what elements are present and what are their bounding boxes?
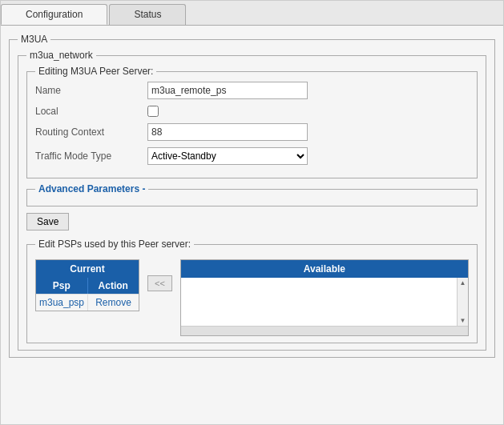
save-container: Save xyxy=(26,206,478,234)
table-row: m3ua_psp Remove xyxy=(36,294,139,311)
save-button[interactable]: Save xyxy=(26,213,69,231)
psp-legend: Edit PSPs used by this Peer server: xyxy=(35,239,194,250)
psp-col-header: Psp xyxy=(36,278,88,294)
action-cell: Remove xyxy=(88,295,139,311)
scroll-up-arrow[interactable]: ▲ xyxy=(458,278,468,288)
current-sub-header: Psp Action xyxy=(36,278,139,294)
routing-label: Routing Context xyxy=(35,126,147,138)
psp-cell: m3ua_psp xyxy=(36,295,88,311)
available-body: ▲ ▼ xyxy=(181,278,468,326)
move-left-button[interactable]: << xyxy=(147,275,172,291)
content-area: M3UA m3ua_network Editing M3UA Peer Serv… xyxy=(1,26,503,424)
remove-link[interactable]: Remove xyxy=(95,297,131,308)
name-label: Name xyxy=(35,85,147,96)
main-window: Configuration Status M3UA m3ua_network E… xyxy=(0,0,504,425)
local-row: Local xyxy=(35,106,469,117)
traffic-row: Traffic Mode Type Active-Standby Overrid… xyxy=(35,147,469,165)
current-table: Current Psp Action m3ua_psp Remove xyxy=(35,259,139,311)
available-table: Available ▲ ▼ xyxy=(180,259,469,336)
tab-status[interactable]: Status xyxy=(109,4,186,25)
traffic-mode-select[interactable]: Active-Standby Override Loadshare xyxy=(147,147,308,165)
advanced-legend[interactable]: Advanced Parameters - xyxy=(35,183,148,194)
routing-row: Routing Context xyxy=(35,123,469,141)
local-checkbox[interactable] xyxy=(147,106,159,117)
editing-legend: Editing M3UA Peer Server: xyxy=(35,66,156,77)
action-col-header: Action xyxy=(88,278,139,294)
arrow-container: << xyxy=(139,275,180,291)
editing-fieldset: Editing M3UA Peer Server: Name Local xyxy=(26,66,478,178)
local-label: Local xyxy=(35,106,147,117)
scroll-down-arrow[interactable]: ▼ xyxy=(458,315,468,326)
psp-content: Current Psp Action m3ua_psp Remove xyxy=(35,259,469,336)
routing-input[interactable] xyxy=(147,123,308,141)
current-header: Current xyxy=(36,260,139,278)
available-bottom-bar xyxy=(181,326,468,335)
name-row: Name xyxy=(35,82,469,99)
available-header: Available xyxy=(181,260,468,278)
psp-link[interactable]: m3ua_psp xyxy=(39,297,84,308)
scrollbar[interactable]: ▲ ▼ xyxy=(457,278,468,326)
name-input[interactable] xyxy=(147,82,308,99)
traffic-label: Traffic Mode Type xyxy=(35,150,147,162)
m3ua-legend: M3UA xyxy=(18,34,50,45)
m3ua-fieldset: M3UA m3ua_network Editing M3UA Peer Serv… xyxy=(9,34,495,358)
tab-bar: Configuration Status xyxy=(1,1,503,26)
psp-fieldset: Edit PSPs used by this Peer server: Curr… xyxy=(26,239,478,343)
network-fieldset: m3ua_network Editing M3UA Peer Server: N… xyxy=(18,50,486,351)
tab-configuration[interactable]: Configuration xyxy=(1,4,107,25)
advanced-fieldset: Advanced Parameters - xyxy=(26,183,478,206)
network-legend: m3ua_network xyxy=(26,50,96,61)
